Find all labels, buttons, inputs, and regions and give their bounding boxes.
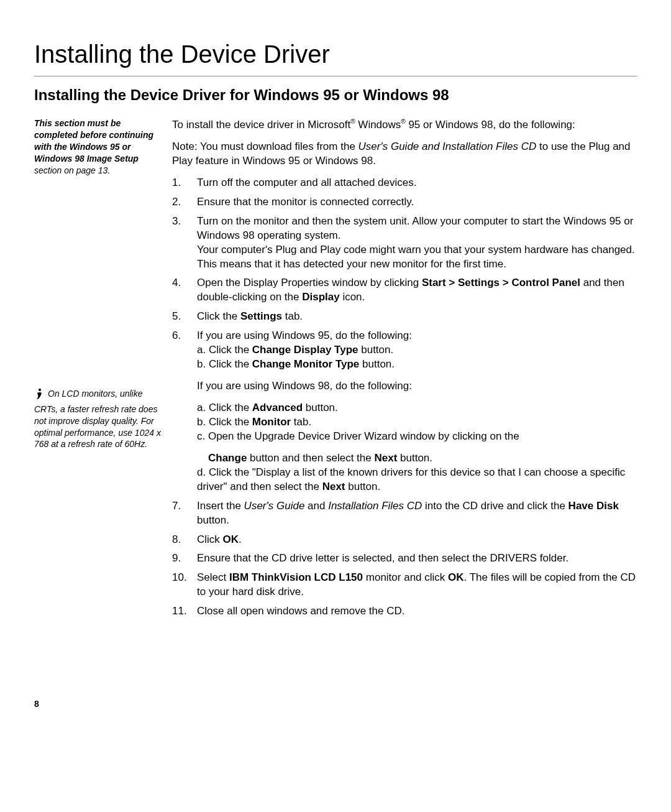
t: Next xyxy=(322,481,345,492)
t: icon. xyxy=(340,291,365,303)
t: Advanced xyxy=(252,402,303,413)
step-7: Insert the User's Guide and Installation… xyxy=(172,499,637,528)
step-text: Open the Display Properties window by cl… xyxy=(197,276,637,305)
t: Click xyxy=(197,533,223,545)
step-text: Insert the User's Guide and Installation… xyxy=(197,499,637,528)
sidebar-note-prerequisite: This section must be completed before co… xyxy=(34,118,166,176)
intro-pre: To install the device driver in Microsof… xyxy=(172,119,350,131)
t: Change Display Type xyxy=(252,344,358,356)
t: Open the Display Properties window by cl… xyxy=(197,277,422,288)
t: tab. xyxy=(282,310,303,322)
sub-a: a. Click the Change Display Type button. xyxy=(197,343,637,358)
step-1: Turn off the computer and all attached d… xyxy=(172,176,637,190)
t: button. xyxy=(358,344,394,356)
reg-mark: ® xyxy=(401,118,405,125)
step-3: Turn on the monitor and then the system … xyxy=(172,215,637,272)
sidebar: This section must be completed before co… xyxy=(34,118,172,450)
reg-mark: ® xyxy=(350,118,355,125)
sub-98c: c. Open the Upgrade Device Driver Wizard… xyxy=(197,430,637,444)
step-text: Turn on the monitor and then the system … xyxy=(197,215,637,272)
t: button. xyxy=(397,452,432,464)
t: Start > Settings > Control Panel xyxy=(422,277,580,288)
t: tab. xyxy=(291,416,311,428)
t: Change xyxy=(208,452,247,464)
sidebar-info-text: On LCD monitors, unlike CRTs, a faster r… xyxy=(34,389,161,450)
t: IBM ThinkVision LCD L150 xyxy=(229,571,363,583)
step-text: Turn off the computer and all attached d… xyxy=(197,176,637,190)
sub-98c-line2: Change button and then select the Next b… xyxy=(197,451,637,466)
t: button and then select the xyxy=(247,452,374,464)
t: a. Click the xyxy=(197,402,252,413)
step-10: Select IBM ThinkVision LCD L150 monitor … xyxy=(172,571,637,599)
t: Insert the xyxy=(197,500,244,512)
step-5: Click the Settings tab. xyxy=(172,310,637,324)
note-paragraph: Note: You must download files from the U… xyxy=(172,140,637,168)
step-text: Select IBM ThinkVision LCD L150 monitor … xyxy=(197,571,637,599)
t: Change Monitor Type xyxy=(252,358,360,370)
step-text: Click OK. xyxy=(197,533,637,547)
t: button. xyxy=(345,481,381,492)
sidebar-note-suffix: section on page 13. xyxy=(34,165,110,175)
page-title: Installing the Device Driver xyxy=(34,37,637,71)
sidebar-note-info: On LCD monitors, unlike CRTs, a faster r… xyxy=(34,388,166,450)
main-content: To install the device driver in Microsof… xyxy=(172,118,637,624)
t: OK xyxy=(448,571,464,583)
t: Have Disk xyxy=(568,500,619,512)
step-text: Click the Settings tab. xyxy=(197,310,637,324)
step-11: Close all open windows and remove the CD… xyxy=(172,604,637,619)
step-4: Open the Display Properties window by cl… xyxy=(172,276,637,305)
win95-intro: If you are using Windows 95, do the foll… xyxy=(197,329,637,343)
page-number: 8 xyxy=(34,698,637,710)
t: b. Click the xyxy=(197,416,252,428)
intro-paragraph: To install the device driver in Microsof… xyxy=(172,118,637,132)
t: . xyxy=(239,533,242,545)
svg-point-0 xyxy=(39,389,41,391)
t: User's Guide xyxy=(244,500,305,512)
step-text: Close all open windows and remove the CD… xyxy=(197,604,637,619)
t: Installation Files CD xyxy=(328,500,422,512)
step-text: Ensure that the CD drive letter is selec… xyxy=(197,551,637,566)
section-heading: Installing the Device Driver for Windows… xyxy=(34,85,637,105)
sub-98d: d. Click the "Display a list of the know… xyxy=(197,466,637,494)
t: button. xyxy=(197,514,229,526)
t: OK xyxy=(223,533,239,545)
step-text: Ensure that the monitor is connected cor… xyxy=(197,195,637,210)
t: b. Click the xyxy=(197,358,252,370)
step-9: Ensure that the CD drive letter is selec… xyxy=(172,551,637,566)
t: Display xyxy=(302,291,339,303)
t: Monitor xyxy=(252,416,291,428)
step-text: If you are using Windows 95, do the foll… xyxy=(197,329,637,494)
win98-intro: If you are using Windows 98, do the foll… xyxy=(197,379,637,394)
intro-post: 95 or Windows 98, do the following: xyxy=(406,119,575,131)
step-8: Click OK. xyxy=(172,533,637,547)
info-icon xyxy=(34,388,45,404)
sub-98b: b. Click the Monitor tab. xyxy=(197,415,637,430)
t: Click the xyxy=(197,310,240,322)
sub-b: b. Click the Change Monitor Type button. xyxy=(197,358,637,372)
t: button. xyxy=(303,402,338,413)
t: Next xyxy=(374,452,397,464)
t: into the CD drive and click the xyxy=(422,500,568,512)
title-rule xyxy=(34,76,637,76)
step-6: If you are using Windows 95, do the foll… xyxy=(172,329,637,494)
t: and xyxy=(304,500,328,512)
intro-mid: Windows xyxy=(355,119,401,131)
sidebar-note-text: This section must be completed before co… xyxy=(34,118,153,164)
t: a. Click the xyxy=(197,344,252,356)
sub-98a: a. Click the Advanced button. xyxy=(197,401,637,415)
t: button. xyxy=(359,358,395,370)
note-pre: Note: You must download files from the xyxy=(172,141,358,152)
t: monitor and click xyxy=(363,571,448,583)
content-columns: This section must be completed before co… xyxy=(34,118,637,624)
t: Settings xyxy=(240,310,282,322)
note-italic: User's Guide and Installation Files CD xyxy=(358,141,537,152)
steps-list: Turn off the computer and all attached d… xyxy=(172,176,637,619)
t: d. Click the "Display a list of the know… xyxy=(197,466,625,492)
t: Select xyxy=(197,571,229,583)
step-2: Ensure that the monitor is connected cor… xyxy=(172,195,637,210)
